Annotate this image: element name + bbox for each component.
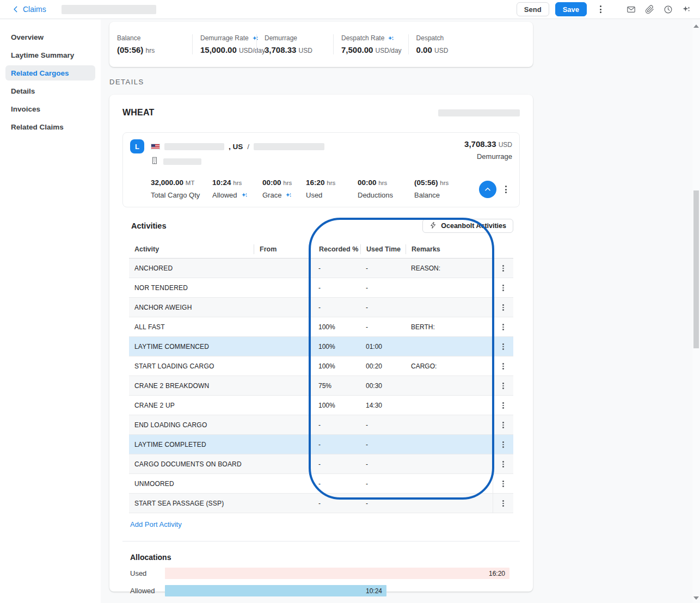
main-content: Balance (05:56) hrs Demurrage Rate 15,00… [101,20,692,603]
summary-stat-value: 7,500.00 [341,45,373,54]
send-button[interactable]: Send [517,2,549,16]
table-row[interactable]: UNMOORED - - [129,474,513,494]
us-flag-icon [151,144,160,150]
port-stat-unit: hrs [440,180,449,186]
activity-name: CRANE 2 BREAKDOWN [129,382,254,390]
row-menu-button[interactable] [493,435,513,454]
table-row[interactable]: END LOADING CARGO - - [129,415,513,435]
row-menu-button[interactable] [493,259,513,278]
port-stat: 16:20 hrs Used [306,179,358,199]
cargo-card-wheat: WHEAT L , US / [109,95,533,592]
activity-remarks: REASON: [406,264,493,272]
row-menu-button[interactable] [493,376,513,396]
activities-table: Activity From Recorded % Used Time Remar… [129,241,513,513]
sidebar-item-label: Laytime Summary [11,51,74,59]
add-port-activity-link[interactable]: Add Port Activity [130,520,182,528]
sidebar-item-label: Invoices [11,105,40,113]
row-menu-button[interactable] [493,494,513,513]
port-menu-button[interactable] [500,182,512,196]
col-activity: Activity [129,244,254,254]
load-port-badge: L [130,139,144,153]
port-stat-value: 32,000.00 [151,179,183,187]
port-stat-unit: hrs [233,180,242,186]
table-row[interactable]: ALL FAST 100% - BERTH: [129,317,513,337]
activity-name: ANCHOR AWEIGH [129,304,254,311]
table-row[interactable]: ANCHORED - - REASON: [129,259,513,278]
sidebar-item[interactable]: Overview [5,29,95,45]
mail-icon[interactable] [627,5,636,14]
port-stat: 00:00 hrs Deductions [358,179,414,199]
activity-used-time: - [360,323,406,331]
oceanbolt-activities-button[interactable]: Oceanbolt Activities [422,219,513,233]
activity-used-time: - [360,500,406,507]
claim-title-redacted [62,5,156,14]
port-stat-value: 16:20 [306,179,325,187]
more-options-button[interactable] [594,2,607,16]
table-row[interactable]: ANCHOR AWEIGH - - [129,298,513,317]
activity-used-time: - [360,480,406,488]
summary-stat: Despatch Rate 7,500.00 USD/day [333,34,408,54]
activity-recorded-pct: 100% [309,362,360,370]
back-to-claims-link[interactable]: Claims [12,5,46,14]
scrollbar-down-arrow[interactable] [693,596,699,600]
activity-recorded-pct: - [309,264,360,272]
allocation-label: Allowed [129,587,165,595]
table-row[interactable]: CRANE 2 UP 100% 14:30 [129,396,513,415]
sidebar-item[interactable]: Related Cargoes [5,65,95,81]
table-row[interactable]: LAYTIME COMMENCED 100% 01:00 [129,337,513,356]
sidebar-item[interactable]: Invoices [5,101,95,116]
paperclip-icon[interactable] [645,5,654,14]
allocations-chart: Used 16:20 Allowed 10:24 [129,568,513,596]
scrollbar-up-arrow[interactable] [693,24,699,28]
allocation-row: Used 16:20 [129,568,513,579]
summary-stat-label: Balance [117,34,140,42]
row-menu-button[interactable] [493,396,513,415]
summary-stat-value: 3,708.33 [265,45,296,54]
port-stat-value: 00:00 [262,179,281,187]
vertical-scrollbar[interactable] [692,20,700,603]
section-divider [122,541,520,542]
port-stat-unit: hrs [327,180,335,186]
row-menu-button[interactable] [493,454,513,474]
row-menu-button[interactable] [493,298,513,317]
table-row[interactable]: NOR TENDERED - - [129,278,513,298]
collapse-port-button[interactable] [479,181,496,198]
allocation-row: Allowed 10:24 [129,585,513,596]
row-menu-button[interactable] [493,278,513,298]
port-stat: 00:00 hrs Grace [262,179,306,199]
activity-used-time: - [360,284,406,292]
table-row[interactable]: START SEA PASSAGE (SSP) - - [129,494,513,513]
activity-name: START SEA PASSAGE (SSP) [129,500,254,507]
allocation-bar: 10:24 [165,585,386,596]
sidebar-item[interactable]: Laytime Summary [5,47,95,63]
sidebar-item-label: Related Cargoes [11,69,69,77]
save-button[interactable]: Save [555,2,587,16]
row-menu-button[interactable] [493,317,513,337]
activity-recorded-pct: - [309,441,360,448]
table-row[interactable]: CRANE 2 BREAKDOWN 75% 00:30 [129,376,513,396]
bolt-icon [429,221,437,231]
summary-stat-label: Despatch [416,34,444,42]
port-stat-label: Total Cargo Qty [151,191,200,199]
sparkles-icon[interactable] [682,5,691,14]
table-row[interactable]: CARGO DOCUMENTS ON BOARD - - [129,454,513,474]
row-menu-button[interactable] [493,474,513,494]
row-menu-button[interactable] [493,356,513,376]
row-menu-button[interactable] [493,337,513,356]
scrollbar-thumb[interactable] [693,190,699,348]
row-menu-button[interactable] [493,415,513,435]
col-recorded: Recorded % [309,244,360,254]
allocations-title: Allocations [130,553,513,562]
top-bar: Claims Send Save [0,0,700,19]
activity-recorded-pct: 75% [309,382,360,390]
port-stat-value: 00:00 [358,179,377,187]
sidebar-item[interactable]: Related Claims [5,119,95,134]
port-stat-label: Used [306,191,322,199]
clock-icon[interactable] [664,5,673,14]
port-amount-unit: USD [499,141,512,149]
sidebar-item[interactable]: Details [5,83,95,99]
activity-used-time: 01:00 [360,343,406,350]
details-section-label: DETAILS [109,78,144,86]
table-row[interactable]: LAYTIME COMPLETED - - [129,435,513,454]
table-row[interactable]: START LOADING CARGO 100% 00:20 CARGO: [129,356,513,376]
